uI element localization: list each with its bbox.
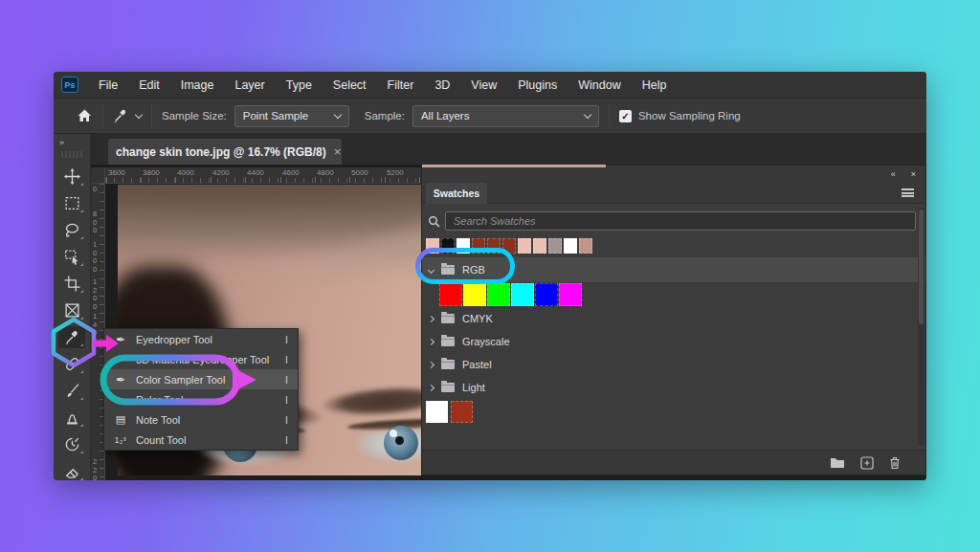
close-panel-icon[interactable]: × xyxy=(911,169,916,179)
menu-item[interactable]: Plugins xyxy=(507,72,568,99)
menu-item[interactable]: File xyxy=(88,72,128,99)
flyout-menu-item[interactable]: Note Tool I xyxy=(104,409,298,430)
panel-scrollbar[interactable] xyxy=(918,208,924,446)
clone-stamp-tool-icon[interactable] xyxy=(58,407,85,429)
color-swatch[interactable] xyxy=(564,238,577,254)
color-swatch[interactable] xyxy=(457,238,470,254)
menu-item[interactable]: Image xyxy=(170,72,225,99)
flyout-menu-item[interactable]: 1₂³ Count Tool I xyxy=(104,430,298,450)
history-brush-tool-icon[interactable] xyxy=(58,433,85,455)
sample-label: Sample: xyxy=(365,110,405,121)
crop-tool-icon[interactable] xyxy=(58,273,85,295)
chevron-down-icon[interactable] xyxy=(428,266,434,273)
lasso-tool-icon[interactable] xyxy=(58,219,85,241)
chevron-right-icon[interactable] xyxy=(428,338,434,344)
ruler-label: 4400 xyxy=(247,168,264,177)
toolbar-grip[interactable] xyxy=(61,151,82,158)
color-swatch[interactable] xyxy=(472,238,485,254)
color-swatch[interactable] xyxy=(559,283,582,306)
flyout-item-icon xyxy=(112,373,129,386)
menu-item[interactable]: Select xyxy=(323,72,377,99)
object-selection-tool-icon[interactable] xyxy=(58,246,85,268)
swatch-group[interactable]: CMYK xyxy=(422,307,925,330)
swatch-group[interactable]: Pastel xyxy=(422,353,925,376)
close-tab-icon[interactable]: × xyxy=(334,144,342,159)
menu-item[interactable]: Type xyxy=(276,72,323,99)
document-tab[interactable]: change skin tone.jpg @ 16.7% (RGB/8) × xyxy=(108,139,342,165)
color-swatch[interactable] xyxy=(533,238,546,254)
rgb-swatches xyxy=(422,282,925,307)
photoshop-logo[interactable]: Ps xyxy=(61,77,78,93)
hamburger-menu-icon[interactable] xyxy=(902,188,914,197)
flyout-item-shortcut: I xyxy=(285,374,288,386)
eraser-tool-icon[interactable] xyxy=(58,460,85,480)
new-group-folder-icon[interactable] xyxy=(830,456,845,469)
flyout-menu-item[interactable]: 3D Material Eyedropper Tool I xyxy=(104,349,298,369)
color-swatch[interactable] xyxy=(535,283,558,306)
move-tool-icon[interactable] xyxy=(58,166,85,188)
panel-edge-strip xyxy=(422,165,606,167)
home-icon[interactable] xyxy=(77,108,93,123)
color-swatch[interactable] xyxy=(426,238,439,254)
recent-swatches xyxy=(422,236,925,257)
menu-item[interactable]: Help xyxy=(632,72,678,99)
menu-item[interactable]: Layer xyxy=(224,72,275,99)
swatch-group[interactable]: Grayscale xyxy=(422,330,925,353)
options-bar: Sample Size: Point Sample Sample: All La… xyxy=(54,99,926,134)
chevron-right-icon[interactable] xyxy=(428,361,434,367)
color-swatch[interactable] xyxy=(441,238,455,254)
brush-tool-icon[interactable] xyxy=(58,380,85,402)
color-swatch[interactable] xyxy=(548,238,562,254)
chevron-right-icon[interactable] xyxy=(428,315,434,321)
color-swatch[interactable] xyxy=(463,283,486,306)
flyout-item-label: Eyedropper Tool xyxy=(136,334,285,345)
frame-tool-icon[interactable] xyxy=(58,299,85,321)
color-swatch[interactable] xyxy=(579,238,592,254)
ruler-label: 5200 xyxy=(387,168,404,177)
menu-item[interactable]: Edit xyxy=(128,72,170,99)
flyout-item-shortcut: I xyxy=(285,414,288,426)
toolbar-collapse-button[interactable]: » xyxy=(54,134,90,147)
color-swatch[interactable] xyxy=(451,401,473,423)
delete-swatch-icon[interactable] xyxy=(889,456,901,470)
ruler-label: 4600 xyxy=(282,168,300,177)
marquee-tool-icon[interactable] xyxy=(58,192,85,214)
search-input[interactable] xyxy=(445,211,916,231)
flyout-item-shortcut: I xyxy=(285,434,288,446)
folder-icon xyxy=(441,360,455,369)
group-label: Pastel xyxy=(462,359,492,370)
color-swatch[interactable] xyxy=(487,238,501,254)
color-swatch[interactable] xyxy=(439,283,462,306)
folder-icon xyxy=(441,314,455,323)
flyout-menu-item[interactable]: Eyedropper Tool I xyxy=(104,329,298,349)
flyout-menu-item[interactable]: Ruler Tool I xyxy=(104,389,298,409)
menu-item[interactable]: View xyxy=(460,72,507,99)
color-swatch[interactable] xyxy=(426,401,448,423)
flyout-menu-item[interactable]: Color Sampler Tool I xyxy=(104,369,298,389)
menu-item[interactable]: 3D xyxy=(424,72,460,99)
eyedropper-tool-icon[interactable] xyxy=(58,326,85,348)
color-swatch[interactable] xyxy=(518,238,531,254)
menu-item[interactable]: Filter xyxy=(377,72,425,99)
group-label: Grayscale xyxy=(462,336,510,347)
eyedropper-tool-icon[interactable] xyxy=(113,108,128,123)
swatch-group-rgb[interactable]: RGB xyxy=(422,257,925,282)
search-row xyxy=(422,204,925,236)
chevron-right-icon[interactable] xyxy=(428,384,434,390)
show-sampling-ring-checkbox[interactable]: ✓ xyxy=(619,110,632,122)
chevron-down-icon[interactable] xyxy=(135,110,143,118)
swatch-group[interactable]: Light xyxy=(422,376,925,399)
flyout-item-shortcut: I xyxy=(285,354,288,365)
collapse-panel-icon[interactable]: « xyxy=(891,169,896,179)
color-swatch[interactable] xyxy=(502,238,516,254)
color-swatch[interactable] xyxy=(511,283,534,306)
color-swatch[interactable] xyxy=(487,283,510,306)
swatches-tab[interactable]: Swatches xyxy=(426,183,487,204)
healing-brush-tool-icon[interactable] xyxy=(58,353,85,375)
ruler-label: 4800 xyxy=(317,168,334,177)
flyout-item-label: Ruler Tool xyxy=(136,394,285,406)
new-swatch-icon[interactable] xyxy=(860,456,874,470)
sample-dropdown[interactable]: All Layers xyxy=(412,105,599,127)
menu-item[interactable]: Window xyxy=(568,72,631,99)
sample-size-dropdown[interactable]: Point Sample xyxy=(234,105,349,127)
